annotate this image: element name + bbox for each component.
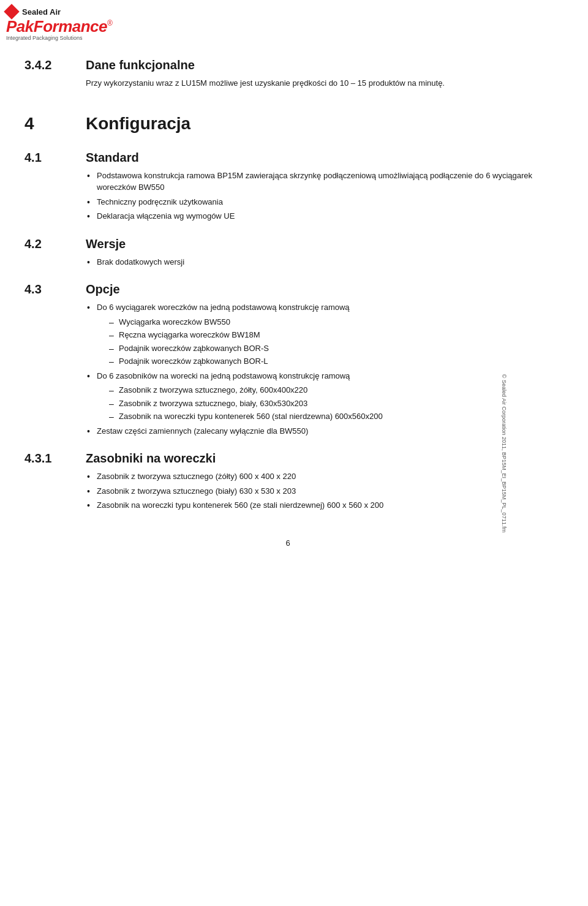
list-item: Zasobnik z tworzywa sztucznego (biały) 6…: [86, 485, 551, 497]
section-342-body: Dane funkcjonalne Przy wykorzystaniu wra…: [86, 58, 551, 89]
section-342-title: Dane funkcjonalne: [86, 58, 551, 72]
list-item: Zasobnik z tworzywa sztucznego, biały, 6…: [109, 398, 551, 410]
list-item: Deklaracja włączenia wg wymogów UE: [86, 210, 551, 222]
section-42-list: Brak dodatkowych wersji: [86, 256, 551, 268]
list-item: Do 6 wyciągarek woreczków na jedną podst…: [86, 301, 551, 368]
section-41-body: Standard Podstawowa konstrukcja ramowa B…: [86, 151, 551, 225]
list-item: Zasobnik z tworzywa sztucznego, żółty, 6…: [109, 384, 551, 396]
tagline: Integrated Packaging Solutions: [6, 35, 570, 41]
section-342-text: Przy wykorzystaniu wraz z LU15M możliwe …: [86, 77, 551, 89]
section-43-number: 4.3: [24, 282, 86, 439]
list-item: Podajnik woreczków ząbkowanych BOR-L: [109, 355, 551, 368]
section-42-title: Wersje: [86, 237, 551, 251]
section-43-list-2: Do 6 zasobników na worecki na jedną pods…: [86, 370, 551, 437]
page-number: 6: [24, 538, 551, 548]
list-item: Zasobnik na woreczki typu kontenerek 560…: [86, 499, 551, 512]
list-item: Podajnik woreczków ząbkowanych BOR-S: [109, 342, 551, 355]
section-42: 4.2 Wersje Brak dodatkowych wersji: [24, 237, 551, 271]
list-item: Podstawowa konstrukcja ramowa BP15M zawi…: [86, 170, 551, 194]
pakformance-logo: PakFormance®: [6, 18, 570, 34]
section-41-number: 4.1: [24, 151, 86, 225]
section-41-list: Podstawowa konstrukcja ramowa BP15M zawi…: [86, 170, 551, 222]
list-item: Do 6 zasobników na worecki na jedną pods…: [86, 370, 551, 423]
list-item: Brak dodatkowych wersji: [86, 256, 551, 268]
section-43-body: Opcje Do 6 wyciągarek woreczków na jedną…: [86, 282, 551, 439]
page: Sealed Air PakFormance® Integrated Packa…: [0, 0, 588, 906]
section-431-title: Zasobniki na woreczki: [86, 451, 551, 466]
list-item: Zasobnik z tworzywa sztucznego (żółty) 6…: [86, 470, 551, 483]
list-item: Ręczna wyciągarka woreczków BW18M: [109, 329, 551, 341]
logo-sealed-air: Sealed Air: [6, 6, 570, 17]
list-item: Zasobnik na woreczki typu kontenerek 560…: [109, 410, 551, 423]
section-43-dash-list-1: Wyciągarka woreczków BW550 Ręczna wyciąg…: [109, 316, 551, 368]
list-item: Zestaw części zamiennych (zalecany wyłąc…: [86, 425, 551, 437]
section-43-title: Opcje: [86, 282, 551, 296]
section-4-body: Konfiguracja: [86, 114, 551, 138]
section-42-number: 4.2: [24, 237, 86, 271]
section-41-title: Standard: [86, 151, 551, 165]
section-431-number: 4.3.1: [24, 451, 86, 514]
section-4: 4 Konfiguracja: [24, 114, 551, 138]
section-4-number: 4: [24, 114, 86, 138]
section-342-number: 3.4.2: [24, 58, 86, 89]
section-43: 4.3 Opcje Do 6 wyciągarek woreczków na j…: [24, 282, 551, 439]
section-431: 4.3.1 Zasobniki na woreczki Zasobnik z t…: [24, 451, 551, 514]
header: Sealed Air PakFormance® Integrated Packa…: [0, 0, 588, 46]
section-42-body: Wersje Brak dodatkowych wersji: [86, 237, 551, 271]
section-4-title: Konfiguracja: [86, 114, 551, 134]
brand-name: Sealed Air: [22, 7, 61, 17]
list-item: Wyciągarka woreczków BW550: [109, 316, 551, 328]
main-content: 3.4.2 Dane funkcjonalne Przy wykorzystan…: [0, 46, 588, 584]
list-item: Techniczny podręcznik użytkowania: [86, 196, 551, 208]
section-431-list: Zasobnik z tworzywa sztucznego (żółty) 6…: [86, 470, 551, 512]
section-41: 4.1 Standard Podstawowa konstrukcja ramo…: [24, 151, 551, 225]
section-431-body: Zasobniki na woreczki Zasobnik z tworzyw…: [86, 451, 551, 514]
section-43-dash-list-2: Zasobnik z tworzywa sztucznego, żółty, 6…: [109, 384, 551, 423]
section-43-list-1: Do 6 wyciągarek woreczków na jedną podst…: [86, 301, 551, 368]
section-342: 3.4.2 Dane funkcjonalne Przy wykorzystan…: [24, 58, 551, 89]
